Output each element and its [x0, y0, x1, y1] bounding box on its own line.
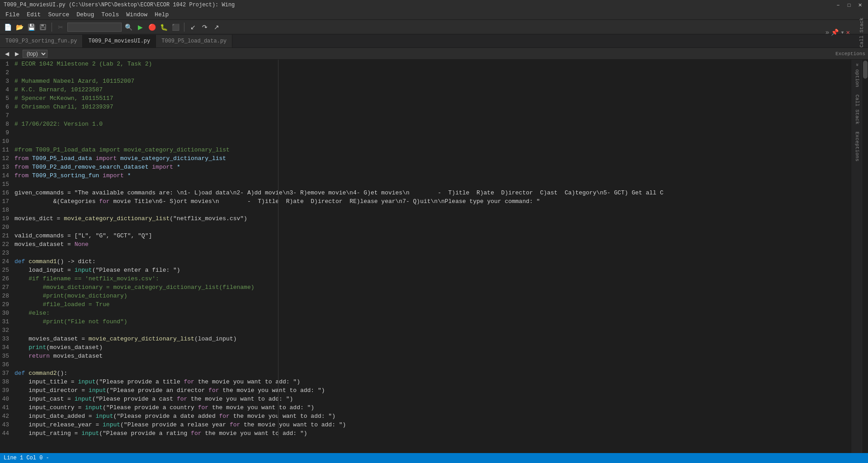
call-stack-panel-tab[interactable]: Call Stack	[851, 91, 862, 128]
line-number: 6	[0, 103, 14, 111]
menu-edit[interactable]: Edit	[23, 10, 44, 19]
table-row: 24def command1() -> dict:	[0, 257, 851, 266]
scrollbar-area[interactable]	[862, 60, 868, 453]
line-content[interactable]: valid_commands = ["L", "G", "GCT", "Q"]	[14, 232, 851, 240]
close-button[interactable]: ✕	[855, 0, 864, 9]
menu-source[interactable]: Source	[44, 10, 73, 19]
line-content[interactable]	[14, 180, 851, 189]
line-content[interactable]	[14, 249, 851, 257]
svg-rect-1	[41, 24, 44, 26]
line-number: 13	[0, 163, 14, 171]
line-content[interactable]	[14, 326, 851, 335]
line-content[interactable]: #from T009_P1_load_data import movie_cat…	[14, 146, 851, 154]
line-content[interactable]: # ECOR 1042 Milestone 2 (Lab 2, Task 2)	[14, 60, 851, 68]
line-content[interactable]: print(movies_dataset)	[14, 343, 851, 352]
line-content[interactable]: #print(movie_dictionary)	[14, 292, 851, 300]
table-row: 2	[0, 68, 851, 77]
line-content[interactable]: # K.C. Barnard, 101223587	[14, 85, 851, 94]
open-file-button[interactable]: 📂	[14, 22, 24, 32]
line-content[interactable]: # Spencer McKeown, 101155117	[14, 94, 851, 103]
line-number: 28	[0, 292, 14, 300]
stop-button[interactable]: ⬛	[170, 22, 180, 32]
line-content[interactable]: input_director = input("Please provide a…	[14, 386, 851, 395]
code-scroll-area[interactable]: 1# ECOR 1042 Milestone 2 (Lab 2, Task 2)…	[0, 60, 851, 453]
line-content[interactable]: input_release_year = input("Please provi…	[14, 420, 851, 429]
line-number: 43	[0, 420, 14, 429]
tab-sorting-fun[interactable]: T009_P3_sorting_fun.py	[0, 35, 83, 47]
line-content[interactable]: input_date_added = input("Please provide…	[14, 412, 851, 420]
line-content[interactable]: input_title = input("Please provide a ti…	[14, 378, 851, 386]
chevron-down-icon[interactable]: ▾	[840, 28, 844, 36]
line-number: 11	[0, 146, 14, 154]
line-content[interactable]: #print("File not found")	[14, 317, 851, 326]
back-button[interactable]: ◀	[3, 50, 11, 58]
line-number: 2	[0, 68, 14, 77]
line-content[interactable]: input_rating = input("Please provide a r…	[14, 429, 851, 438]
line-content[interactable]	[14, 206, 851, 214]
exceptions-label: Exceptions	[835, 51, 865, 57]
line-content[interactable]	[14, 223, 851, 232]
save-all-button[interactable]	[38, 22, 48, 32]
line-content[interactable]: # Muhammed Nabeel Azard, 101152007	[14, 77, 851, 85]
line-content[interactable]: def command2():	[14, 369, 851, 378]
options-panel-tab[interactable]: » option	[851, 60, 862, 91]
menu-window[interactable]: Window	[123, 10, 151, 19]
line-content[interactable]: return movies_dataset	[14, 352, 851, 360]
line-content[interactable]	[14, 360, 851, 369]
table-row: 23	[0, 249, 851, 257]
line-content[interactable]: from T009_P5_load_data import movie_cate…	[14, 154, 851, 163]
toolbar-separator-1	[52, 23, 52, 32]
search-button[interactable]: 🔍	[123, 22, 133, 32]
line-content[interactable]: movies_dict = movie_category_dictionary_…	[14, 214, 851, 223]
line-number: 5	[0, 94, 14, 103]
scope-dropdown[interactable]: (top)	[23, 50, 47, 58]
search-input[interactable]	[67, 23, 122, 32]
line-content[interactable]: movies_dataset = movie_category_dictiona…	[14, 335, 851, 343]
line-content[interactable]: #if filename == 'netflix_movies.csv':	[14, 274, 851, 283]
tab-load-data[interactable]: T009_P5_load_data.py	[156, 35, 232, 47]
line-content[interactable]: input_country = input("Please provide a …	[14, 403, 851, 412]
line-content[interactable]: given_commands = "The available commands…	[14, 189, 851, 197]
line-content[interactable]: #movie_dictionary = movie_category_dicti…	[14, 283, 851, 292]
forward-button[interactable]: ▶	[13, 50, 21, 58]
step-out-button[interactable]: ↗	[212, 22, 222, 32]
menu-tools[interactable]: Tools	[98, 10, 123, 19]
tab-label-moviesui: T009_P4_moviesUI.py	[88, 38, 150, 44]
line-number: 31	[0, 317, 14, 326]
line-content[interactable]: load_input = input("Please enter a file:…	[14, 266, 851, 274]
line-number: 41	[0, 403, 14, 412]
line-content[interactable]	[14, 128, 851, 137]
line-content[interactable]: input_cast = input("Please provide a cas…	[14, 395, 851, 403]
line-content[interactable]	[14, 137, 851, 146]
step-into-button[interactable]: ↙	[188, 22, 198, 32]
table-row: 39 input_director = input("Please provid…	[0, 386, 851, 395]
menu-file[interactable]: File	[2, 10, 23, 19]
run-button[interactable]: ▶	[135, 22, 145, 32]
line-content[interactable]: # Chrismon Charli, 101239397	[14, 103, 851, 111]
line-content[interactable]: movies_dataset = None	[14, 240, 851, 249]
cut-button[interactable]: ✂	[56, 22, 66, 32]
debug-record-button[interactable]: 🔴	[147, 22, 157, 32]
line-content[interactable]: def command1() -> dict:	[14, 257, 851, 266]
menu-debug[interactable]: Debug	[73, 10, 98, 19]
save-button[interactable]: 💾	[26, 22, 36, 32]
line-content[interactable]	[14, 111, 851, 120]
line-content[interactable]: # 17/06/2022: Version 1.0	[14, 120, 851, 128]
line-content[interactable]: #else:	[14, 309, 851, 317]
step-over-button[interactable]: ↷	[200, 22, 210, 32]
line-content[interactable]: &(Categories for movie Title\n6- S)ort m…	[14, 197, 851, 206]
new-file-button[interactable]: 📄	[3, 22, 13, 32]
exceptions-panel-tab[interactable]: Exceptions	[851, 128, 862, 165]
line-content[interactable]: #file_loaded = True	[14, 300, 851, 309]
line-content[interactable]: from T009_P3_sorting_fun import *	[14, 171, 851, 180]
menu-help[interactable]: Help	[151, 10, 172, 19]
more-tabs-icon[interactable]: »	[826, 29, 829, 36]
line-content[interactable]: from T009_P2_add_remove_search_dataset i…	[14, 163, 851, 171]
minimize-button[interactable]: −	[834, 0, 843, 9]
pin-icon[interactable]: 📌	[831, 28, 839, 36]
maximize-button[interactable]: □	[844, 0, 854, 9]
tab-moviesui[interactable]: T009_P4_moviesUI.py	[83, 35, 156, 47]
line-content[interactable]	[14, 68, 851, 77]
close-tab-icon[interactable]: ✕	[846, 28, 850, 36]
debug-bug-button[interactable]: 🐛	[159, 22, 169, 32]
